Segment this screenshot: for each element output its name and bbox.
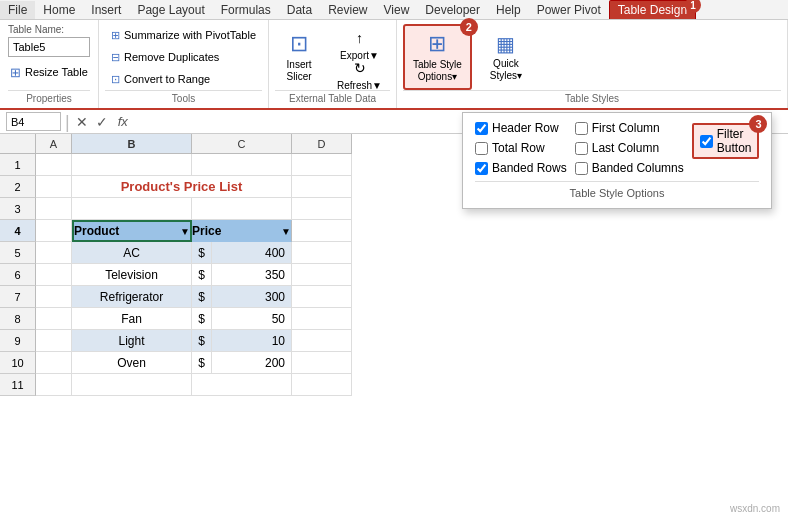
- table-style-options-btn[interactable]: ⊞ Table StyleOptions▾ 2: [403, 24, 472, 90]
- cell-c7-val[interactable]: 300: [212, 286, 292, 308]
- cell-a8[interactable]: [36, 308, 72, 330]
- cell-c9-val[interactable]: 10: [212, 330, 292, 352]
- first-column-option[interactable]: First Column: [575, 121, 684, 135]
- filter-button-checkbox[interactable]: [700, 135, 713, 148]
- banded-columns-option[interactable]: Banded Columns: [575, 161, 684, 175]
- cell-a1[interactable]: [36, 154, 72, 176]
- menu-formulas[interactable]: Formulas: [213, 1, 279, 19]
- cell-c5-dollar[interactable]: $: [192, 242, 212, 264]
- banded-rows-option[interactable]: Banded Rows: [475, 161, 567, 175]
- cell-b8[interactable]: Fan: [72, 308, 192, 330]
- cell-a10[interactable]: [36, 352, 72, 374]
- cell-a9[interactable]: [36, 330, 72, 352]
- cell-b10[interactable]: Oven: [72, 352, 192, 374]
- badge-1: 1: [685, 0, 701, 13]
- cell-a7[interactable]: [36, 286, 72, 308]
- cell-a2[interactable]: [36, 176, 72, 198]
- filter-button-box[interactable]: Filter Button 3: [692, 123, 760, 159]
- menu-file[interactable]: File: [0, 1, 35, 19]
- menu-review[interactable]: Review: [320, 1, 375, 19]
- cell-c3[interactable]: [192, 198, 292, 220]
- cancel-icon[interactable]: ✕: [74, 114, 90, 130]
- summarize-pivottable-btn[interactable]: ⊞ Summarize with PivotTable: [105, 24, 262, 46]
- refresh-btn[interactable]: ↻ Refresh▼: [329, 58, 390, 86]
- menu-table-design[interactable]: Table Design 1: [609, 0, 696, 19]
- filter-dropdown-c[interactable]: ▼: [281, 226, 291, 237]
- cell-d5[interactable]: [292, 242, 352, 264]
- cell-d11[interactable]: [292, 374, 352, 396]
- row-8: 8: [0, 308, 36, 330]
- cell-b4[interactable]: Product ▼: [72, 220, 192, 242]
- col-header-d[interactable]: D: [292, 134, 352, 154]
- cell-d1[interactable]: [292, 154, 352, 176]
- header-row-checkbox[interactable]: [475, 122, 488, 135]
- last-column-checkbox[interactable]: [575, 142, 588, 155]
- menu-power-pivot[interactable]: Power Pivot: [529, 1, 609, 19]
- cell-c10-dollar[interactable]: $: [192, 352, 212, 374]
- table-name-input[interactable]: [8, 37, 90, 57]
- menu-home[interactable]: Home: [35, 1, 83, 19]
- cell-d2[interactable]: [292, 176, 352, 198]
- cell-c8-val[interactable]: 50: [212, 308, 292, 330]
- cell-a5[interactable]: [36, 242, 72, 264]
- cell-c11[interactable]: [192, 374, 292, 396]
- total-row-option[interactable]: Total Row: [475, 141, 567, 155]
- cell-d8[interactable]: [292, 308, 352, 330]
- total-row-checkbox[interactable]: [475, 142, 488, 155]
- group-label-tools: Tools: [105, 90, 262, 104]
- cell-b11[interactable]: [72, 374, 192, 396]
- cell-c5-val[interactable]: 400: [212, 242, 292, 264]
- cell-b7[interactable]: Refrigerator: [72, 286, 192, 308]
- cell-c6-val[interactable]: 350: [212, 264, 292, 286]
- cell-d9[interactable]: [292, 330, 352, 352]
- cell-c8-dollar[interactable]: $: [192, 308, 212, 330]
- resize-table-btn[interactable]: ⊞ Resize Table: [8, 61, 90, 83]
- cell-b3[interactable]: [72, 198, 192, 220]
- filter-dropdown-b[interactable]: ▼: [180, 226, 190, 237]
- cell-a6[interactable]: [36, 264, 72, 286]
- cell-d3[interactable]: [292, 198, 352, 220]
- cell-d10[interactable]: [292, 352, 352, 374]
- first-column-checkbox[interactable]: [575, 122, 588, 135]
- last-column-option[interactable]: Last Column: [575, 141, 684, 155]
- cell-b5[interactable]: AC: [72, 242, 192, 264]
- cell-reference-input[interactable]: [6, 112, 61, 131]
- cell-a11[interactable]: [36, 374, 72, 396]
- menu-page-layout[interactable]: Page Layout: [129, 1, 212, 19]
- banded-rows-checkbox[interactable]: [475, 162, 488, 175]
- menu-insert[interactable]: Insert: [83, 1, 129, 19]
- quick-styles-btn[interactable]: ▦ QuickStyles▾: [478, 24, 534, 90]
- cell-a3[interactable]: [36, 198, 72, 220]
- cell-c1[interactable]: [192, 154, 292, 176]
- export-btn[interactable]: ↑ Export▼: [329, 28, 390, 56]
- convert-icon: ⊡: [111, 73, 120, 86]
- fx-icon[interactable]: fx: [114, 114, 132, 129]
- cell-b6[interactable]: Television: [72, 264, 192, 286]
- remove-duplicates-btn[interactable]: ⊟ Remove Duplicates: [105, 46, 262, 68]
- col-header-c[interactable]: C: [192, 134, 292, 154]
- confirm-icon[interactable]: ✓: [94, 114, 110, 130]
- cell-d7[interactable]: [292, 286, 352, 308]
- insert-slicer-btn[interactable]: ⊡ InsertSlicer: [275, 24, 323, 90]
- menu-developer[interactable]: Developer: [417, 1, 488, 19]
- menu-view[interactable]: View: [376, 1, 418, 19]
- cell-c10-val[interactable]: 200: [212, 352, 292, 374]
- cell-c7-dollar[interactable]: $: [192, 286, 212, 308]
- convert-to-range-btn[interactable]: ⊡ Convert to Range: [105, 68, 262, 90]
- banded-columns-checkbox[interactable]: [575, 162, 588, 175]
- cell-c6-dollar[interactable]: $: [192, 264, 212, 286]
- cell-d4[interactable]: [292, 220, 352, 242]
- header-row-option[interactable]: Header Row: [475, 121, 567, 135]
- col-header-b[interactable]: B: [72, 134, 192, 154]
- cell-c9-dollar[interactable]: $: [192, 330, 212, 352]
- menu-help[interactable]: Help: [488, 1, 529, 19]
- cell-c4[interactable]: Price ▼: [192, 220, 292, 242]
- qs-icon: ▦: [496, 32, 515, 56]
- cell-a4[interactable]: [36, 220, 72, 242]
- cell-b2[interactable]: Product's Price List: [72, 176, 292, 198]
- cell-b1[interactable]: [72, 154, 192, 176]
- cell-b9[interactable]: Light: [72, 330, 192, 352]
- col-header-a[interactable]: A: [36, 134, 72, 154]
- menu-data[interactable]: Data: [279, 1, 320, 19]
- cell-d6[interactable]: [292, 264, 352, 286]
